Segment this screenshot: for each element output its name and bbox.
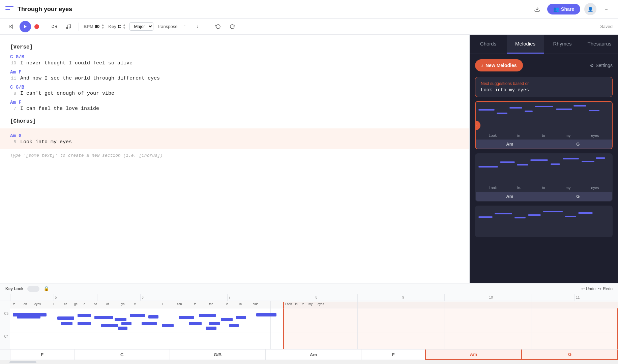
roll-note bbox=[115, 318, 126, 321]
editor-pane[interactable]: [Verse] C G/B 10 I never thought I could… bbox=[0, 35, 469, 283]
beat-num: 7 bbox=[227, 294, 271, 301]
roll-note bbox=[101, 324, 118, 327]
key-lock-toggle[interactable] bbox=[27, 286, 39, 292]
melody-card-2[interactable]: Look in- to my eyes Am G bbox=[475, 153, 613, 202]
lyric-text-8[interactable]: I can't get enough of your vibe bbox=[20, 91, 114, 96]
word-labels-row: fe en eyes I ca ge e no of yo vi I can f… bbox=[10, 301, 618, 308]
new-melodies-button[interactable]: ♪ New Melodies bbox=[475, 59, 523, 71]
word-label: lo bbox=[226, 302, 228, 306]
svg-marker-3 bbox=[24, 25, 27, 28]
beat-num: 11 bbox=[575, 294, 618, 301]
download-button[interactable] bbox=[531, 3, 543, 15]
key-value[interactable]: C bbox=[118, 24, 121, 29]
chord-line-2: Am F bbox=[10, 69, 459, 75]
lyric-line-7: 7 I can feel the love inside bbox=[10, 106, 459, 112]
word-label: ge bbox=[74, 302, 78, 306]
word-label: ca bbox=[64, 302, 67, 306]
lyric-text-5[interactable]: Look into my eyes bbox=[20, 139, 72, 145]
key-up-button[interactable]: ▲ bbox=[122, 23, 126, 27]
melody-word: Look bbox=[489, 186, 497, 190]
note-bar bbox=[478, 166, 498, 168]
melody-card-1[interactable]: ↙ Look in- to my eyes bbox=[475, 101, 613, 149]
svg-marker-4 bbox=[52, 25, 54, 28]
melody-word: in- bbox=[517, 186, 521, 190]
melody-word: to bbox=[542, 186, 545, 190]
note-bar bbox=[596, 157, 605, 159]
undo-button[interactable]: ↩ Undo bbox=[581, 286, 596, 291]
app-logo: Through your eyes bbox=[5, 6, 72, 13]
key-spinners: ▲ ▼ bbox=[122, 23, 126, 30]
play-button[interactable] bbox=[20, 21, 31, 32]
tab-melodies[interactable]: Melodies bbox=[507, 35, 544, 54]
share-label: Share bbox=[561, 6, 574, 12]
note-bar bbox=[573, 105, 586, 107]
redo-icon: ↪ bbox=[598, 286, 601, 291]
note-bar bbox=[517, 164, 528, 165]
bpm-up-button[interactable]: ▲ bbox=[101, 23, 105, 27]
melodies-settings-button[interactable]: ⚙ Settings bbox=[590, 63, 613, 68]
lyric-text-11[interactable]: And now I see the world through differen… bbox=[20, 75, 160, 81]
tab-rhymes[interactable]: Rhymes bbox=[544, 35, 581, 54]
roll-note bbox=[256, 313, 276, 316]
roll-note bbox=[189, 322, 202, 325]
beat-num bbox=[357, 294, 401, 301]
more-options-button[interactable]: ··· bbox=[600, 3, 613, 15]
melody-canvas-2 bbox=[476, 154, 612, 184]
redo-toolbar-button[interactable] bbox=[227, 21, 238, 32]
record-button[interactable] bbox=[34, 24, 39, 29]
lyric-text-10[interactable]: I never thought I could feel so alive bbox=[20, 60, 133, 66]
melody-chord-g-2: G bbox=[544, 192, 612, 201]
tab-thesaurus[interactable]: Thesaurus bbox=[581, 35, 618, 54]
redo-button[interactable]: ↪ Redo bbox=[598, 286, 613, 291]
undo-toolbar-button[interactable] bbox=[213, 21, 224, 32]
lyrics-button[interactable] bbox=[63, 21, 74, 32]
redo-label: Redo bbox=[603, 286, 613, 291]
word-label: side bbox=[253, 302, 259, 306]
note-bar bbox=[556, 109, 572, 110]
transpose-control: Transpose ↑ ↓ bbox=[157, 21, 203, 32]
undo-label: Undo bbox=[586, 286, 596, 291]
next-suggestions-label: Next suggestions based on bbox=[481, 81, 607, 86]
avatar-button[interactable]: 👤 bbox=[584, 3, 596, 15]
share-button[interactable]: 👥 Share bbox=[547, 4, 580, 14]
roll-note bbox=[206, 327, 216, 330]
scrollbar-thumb[interactable] bbox=[9, 361, 36, 363]
saved-status: Saved bbox=[600, 24, 613, 29]
beat-numbers-label-spacer bbox=[0, 294, 10, 301]
lyric-text-7[interactable]: I can feel the love inside bbox=[20, 106, 99, 112]
verse-header: [Verse] bbox=[10, 44, 459, 50]
melody-chords-2: Am G bbox=[476, 192, 612, 201]
piano-roll-area: C5 C4 fe en eyes I ca ge e no of yo vi I… bbox=[0, 301, 618, 349]
word-label: I bbox=[53, 302, 54, 306]
key-down-button[interactable]: ▼ bbox=[122, 27, 126, 30]
toolbar-divider-2 bbox=[79, 23, 79, 31]
music-note-icon: ♪ bbox=[481, 63, 483, 68]
settings-label: Settings bbox=[595, 63, 613, 68]
roll-note bbox=[61, 322, 72, 325]
chorus-chord-line: Am G bbox=[10, 133, 459, 139]
bpm-down-button[interactable]: ▼ bbox=[101, 27, 105, 30]
volume-button[interactable] bbox=[49, 21, 60, 32]
melodies-header-bar: ♪ New Melodies ⚙ Settings bbox=[475, 59, 613, 71]
roll-main[interactable]: fe en eyes I ca ge e no of yo vi I can f… bbox=[10, 301, 618, 349]
tab-chords[interactable]: Chords bbox=[470, 35, 507, 54]
scrollbar-area[interactable] bbox=[0, 360, 618, 364]
tab-melodies-label: Melodies bbox=[515, 41, 535, 47]
transpose-down-button[interactable]: ↓ bbox=[192, 21, 203, 32]
chord-line-1: C G/B bbox=[10, 54, 459, 60]
lyric-line-11: 11 And now I see the world through diffe… bbox=[10, 75, 459, 81]
beat-num bbox=[531, 294, 575, 301]
section-placeholder[interactable]: Type '[some text]' to create a new secti… bbox=[10, 153, 459, 158]
bpm-value[interactable]: 90 bbox=[95, 24, 99, 29]
transpose-up-button[interactable]: ↑ bbox=[179, 21, 190, 32]
note-bar bbox=[582, 161, 594, 162]
word-label: eyes bbox=[34, 302, 41, 306]
back-button[interactable] bbox=[5, 21, 16, 32]
mode-select[interactable]: Major Minor bbox=[129, 22, 153, 31]
note-bar bbox=[563, 158, 579, 159]
bpm-control: BPM 90 ▲ ▼ bbox=[84, 23, 105, 30]
note-bar bbox=[589, 110, 599, 111]
melody-word: to bbox=[542, 133, 545, 138]
note-bar bbox=[578, 212, 593, 214]
melody-card-3[interactable] bbox=[475, 206, 613, 237]
